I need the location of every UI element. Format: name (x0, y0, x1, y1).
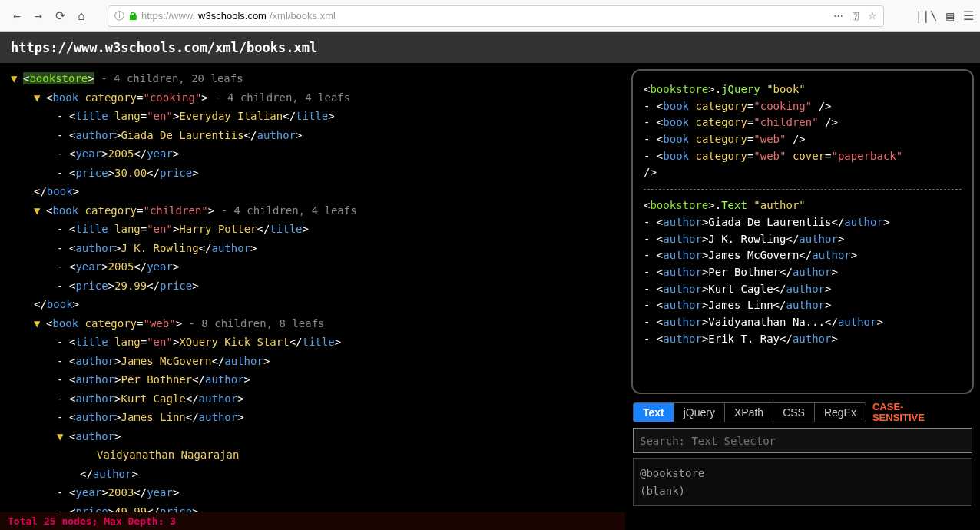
url-protocol: https://www. (141, 10, 195, 22)
search-box[interactable] (633, 428, 972, 453)
tab-xpath[interactable]: XPath (725, 403, 773, 422)
url-bar[interactable]: ⓘ 🔒︎ https://www.w3schools.com/xml/books… (108, 5, 884, 27)
info-icon: ⓘ (114, 9, 124, 23)
expand-toggle[interactable]: ▼ (34, 201, 46, 220)
selector-tabs: TextjQueryXPathCSSRegEx (633, 402, 866, 422)
url-path: /xml/books.xml (270, 10, 336, 22)
tab-regex[interactable]: RegEx (815, 403, 866, 422)
xml-tree: ▼<bookstore> - 4 children, 20 leafs▼<boo… (0, 63, 625, 512)
lock-icon: 🔒︎ (127, 10, 138, 22)
shield-icon[interactable]: ⍰ (853, 10, 859, 22)
reload-button[interactable]: ⟳ (49, 5, 71, 27)
home-button[interactable]: ⌂ (71, 5, 92, 27)
menu-icon[interactable]: ☰ (963, 8, 974, 23)
history-item[interactable]: (blank) (640, 482, 965, 499)
expand-toggle[interactable]: ▼ (11, 69, 23, 88)
tab-jquery[interactable]: jQuery (674, 403, 725, 422)
tab-css[interactable]: CSS (773, 403, 815, 422)
status-bar: Total 25 nodes; Max Depth: 3 (0, 512, 625, 530)
more-icon[interactable]: ⋯ (833, 10, 843, 22)
history-item[interactable]: @bookstore (640, 465, 965, 482)
page-title: https://www.w3schools.com/xml/books.xml (0, 32, 980, 63)
search-input[interactable] (640, 435, 965, 447)
expand-toggle[interactable]: ▼ (34, 314, 46, 333)
sidebar-icon[interactable]: ▤ (946, 8, 954, 23)
query-results: <bookstore>.jQuery "book"- <book categor… (631, 69, 974, 394)
case-sensitive-label[interactable]: CASE-SENSITIVE (872, 402, 925, 424)
library-icon[interactable]: ||\ (915, 8, 937, 23)
forward-button[interactable]: → (28, 5, 49, 27)
star-icon[interactable]: ☆ (868, 10, 877, 22)
back-button[interactable]: ← (6, 5, 28, 27)
expand-toggle[interactable]: ▼ (34, 88, 46, 108)
tab-text[interactable]: Text (634, 403, 674, 422)
url-host: w3schools.com (198, 10, 267, 22)
search-history: @bookstore(blank) (633, 458, 972, 506)
browser-toolbar: ← → ⟳ ⌂ ⓘ 🔒︎ https://www.w3schools.com/x… (0, 0, 980, 32)
expand-toggle[interactable]: ▼ (57, 427, 69, 446)
